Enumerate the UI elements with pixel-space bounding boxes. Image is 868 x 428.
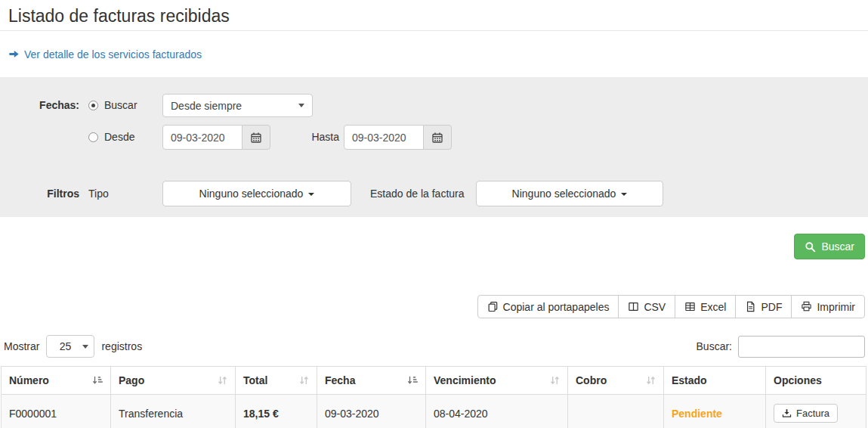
sort-both-icon xyxy=(299,375,309,386)
radio-desde-control[interactable] xyxy=(88,132,98,142)
cell-pago: Transferencia xyxy=(111,395,236,428)
buscar-button-label: Buscar xyxy=(821,240,854,253)
print-button-label: Imprimir xyxy=(817,301,855,313)
hasta-date-group xyxy=(344,125,452,150)
radio-buscar-control[interactable] xyxy=(88,101,98,110)
chevron-down-icon xyxy=(82,345,88,349)
download-icon xyxy=(782,408,792,418)
sort-both-icon xyxy=(550,375,560,386)
submit-row: Buscar xyxy=(0,234,865,259)
buscar-button[interactable]: Buscar xyxy=(794,234,865,259)
sort-desc-icon xyxy=(92,375,103,386)
hasta-calendar-button[interactable] xyxy=(423,125,452,150)
column-header-numero[interactable]: Número xyxy=(2,367,111,395)
sort-desc-icon xyxy=(407,375,418,386)
excel-button[interactable]: Excel xyxy=(675,295,736,318)
export-row: Copiar al portapapeles CSV Excel xyxy=(0,295,865,318)
table-search-control: Buscar: xyxy=(697,336,865,358)
csv-button-label: CSV xyxy=(644,301,666,313)
desde-date-input[interactable] xyxy=(162,125,242,150)
factura-button-label: Factura xyxy=(796,408,829,419)
list-controls-row: Mostrar 25 registros Buscar: xyxy=(4,335,865,358)
column-header-cobro[interactable]: Cobro xyxy=(568,367,664,395)
radio-buscar[interactable]: Buscar xyxy=(88,99,137,112)
csv-button[interactable]: CSV xyxy=(618,295,675,318)
column-header-estado[interactable]: Estado xyxy=(664,367,766,395)
invoices-table: Número Pago Total xyxy=(1,366,866,428)
cell-numero: F0000001 xyxy=(2,395,111,428)
factura-download-button[interactable]: Factura xyxy=(774,404,838,423)
table-header-row: Número Pago Total xyxy=(2,367,866,395)
detail-link[interactable]: Ver detalle de los servicios facturados xyxy=(24,48,202,60)
column-header-opciones[interactable]: Opciones xyxy=(766,367,866,395)
sort-both-icon xyxy=(218,375,227,386)
desde-calendar-button[interactable] xyxy=(242,125,270,150)
filtros-label: Filtros xyxy=(0,188,79,200)
copy-to-clipboard-button[interactable]: Copiar al portapapeles xyxy=(477,295,619,318)
table-search-label: Buscar: xyxy=(697,340,732,352)
cell-cobro xyxy=(568,395,664,428)
excel-button-label: Excel xyxy=(700,301,726,313)
cell-vencimiento: 08-04-2020 xyxy=(426,395,568,428)
table-icon xyxy=(684,301,696,312)
radio-desde[interactable]: Desde xyxy=(88,131,134,144)
columns-icon xyxy=(628,301,639,312)
arrow-right-icon xyxy=(8,48,20,60)
calendar-icon xyxy=(431,132,443,144)
calendar-icon xyxy=(250,132,262,144)
sort-both-icon xyxy=(646,375,656,386)
period-select-value: Desde siempre xyxy=(171,100,242,112)
tipo-dropdown-value: Ninguno seleccionado xyxy=(199,188,304,200)
print-button[interactable]: Imprimir xyxy=(791,295,865,318)
table-search-input[interactable] xyxy=(738,336,865,358)
cell-total: 18,15 € xyxy=(236,395,317,428)
page-length-control: Mostrar 25 registros xyxy=(4,335,142,358)
hasta-label: Hasta xyxy=(307,131,339,144)
detail-link-row: Ver detalle de los servicios facturados xyxy=(8,48,868,60)
column-header-total[interactable]: Total xyxy=(236,367,317,395)
copy-button-label: Copiar al portapapeles xyxy=(503,301,610,313)
fechas-label: Fechas: xyxy=(0,99,79,112)
status-badge: Pendiente xyxy=(664,395,766,428)
printer-icon xyxy=(801,301,812,312)
tipo-dropdown[interactable]: Ninguno seleccionado xyxy=(162,181,351,206)
filter-panel: Fechas: Buscar Desde siempre Desde Hasta xyxy=(0,77,868,217)
file-pdf-icon xyxy=(745,301,756,312)
hasta-date-input[interactable] xyxy=(344,125,424,150)
cell-fecha: 09-03-2020 xyxy=(317,395,426,428)
title-bar: Listado de facturas recibidas xyxy=(0,0,868,31)
estado-dropdown-value: Ninguno seleccionado xyxy=(512,188,616,200)
period-select[interactable]: Desde siempre xyxy=(162,94,313,117)
estado-label: Estado de la factura xyxy=(370,188,465,200)
table-row: F0000001 Transferencia 18,15 € 09-03-202… xyxy=(2,395,866,428)
page-title: Listado de facturas recibidas xyxy=(8,7,859,25)
registros-label: registros xyxy=(101,340,142,352)
export-button-group: Copiar al portapapeles CSV Excel xyxy=(477,295,865,318)
radio-buscar-label: Buscar xyxy=(104,99,137,112)
desde-date-group xyxy=(162,125,270,150)
column-header-pago[interactable]: Pago xyxy=(111,367,236,395)
mostrar-label: Mostrar xyxy=(4,340,39,352)
caret-down-icon xyxy=(621,193,627,196)
pdf-button-label: PDF xyxy=(761,301,782,313)
copy-icon xyxy=(487,301,499,312)
estado-dropdown[interactable]: Ninguno seleccionado xyxy=(476,181,663,206)
search-icon xyxy=(805,241,816,253)
column-header-vencimiento[interactable]: Vencimiento xyxy=(426,367,568,395)
chevron-down-icon xyxy=(298,104,304,107)
caret-down-icon xyxy=(308,193,314,196)
page-length-select[interactable]: 25 xyxy=(46,335,94,358)
cell-opciones: Factura xyxy=(766,395,866,428)
radio-desde-label: Desde xyxy=(104,131,134,144)
page-length-value: 25 xyxy=(60,340,72,352)
tipo-label: Tipo xyxy=(88,188,109,200)
pdf-button[interactable]: PDF xyxy=(735,295,792,318)
column-header-fecha[interactable]: Fecha xyxy=(317,367,426,395)
